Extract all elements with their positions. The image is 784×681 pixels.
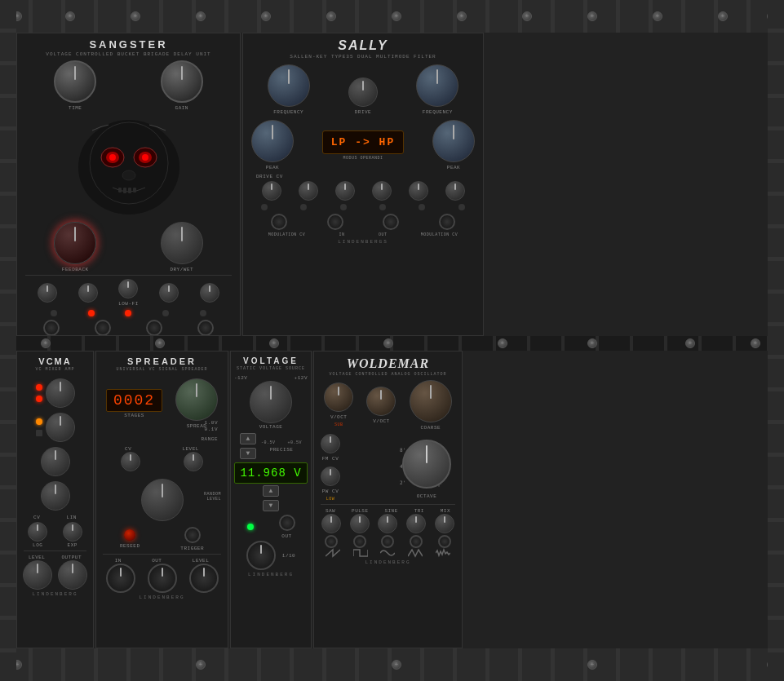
sangster-time-knob[interactable] bbox=[54, 60, 96, 103]
vcma-output-knob[interactable] bbox=[58, 560, 87, 590]
voltage-down-btn[interactable]: ▼ bbox=[240, 448, 256, 459]
spreader-level-knob[interactable] bbox=[184, 452, 203, 471]
voltage-down2-btn[interactable]: ▼ bbox=[263, 500, 279, 511]
sangster-lowfi-knob[interactable] bbox=[118, 279, 138, 298]
spreader-jlabel-in: IN bbox=[115, 558, 122, 564]
spreader-trigger-jack[interactable] bbox=[184, 527, 201, 543]
spreader-random-knob[interactable] bbox=[141, 479, 184, 521]
voltage-precise-group: ▲ ▼ -0.5V +0.5V PRECISE bbox=[234, 433, 308, 459]
woldemar-tri-label: TRI bbox=[414, 508, 424, 514]
vcma-level-knob[interactable] bbox=[23, 560, 52, 590]
vcma-sk1[interactable] bbox=[28, 522, 47, 542]
sangster-gain-knob[interactable] bbox=[161, 60, 203, 103]
woldemar-saw-knob[interactable] bbox=[321, 514, 341, 533]
sally-freq1-knob[interactable] bbox=[268, 64, 310, 107]
voltage-out-jack[interactable] bbox=[279, 515, 295, 531]
woldemar-fmcv-group: FM CV bbox=[321, 434, 340, 462]
sangster-jack-cv-drive[interactable] bbox=[197, 320, 214, 336]
sally-jack-mod-cv-2[interactable] bbox=[439, 214, 455, 230]
spreader-reseed-label: RESEED bbox=[120, 543, 140, 549]
vcma-knob1[interactable] bbox=[46, 378, 75, 408]
vcma-knob4[interactable] bbox=[41, 481, 70, 511]
woldemar-voct1-knob[interactable] bbox=[324, 383, 353, 412]
vcma-log-label: LOG bbox=[33, 542, 42, 548]
sally-sk5[interactable] bbox=[409, 181, 428, 201]
vcma-knob3[interactable] bbox=[41, 447, 70, 476]
voltage-led-green bbox=[247, 524, 254, 530]
sally-sk3[interactable] bbox=[335, 181, 355, 201]
woldemar-saw-jack[interactable] bbox=[325, 535, 338, 548]
sangster-time-label: TIME bbox=[69, 105, 82, 111]
spreader-spread-knob[interactable] bbox=[175, 378, 218, 421]
voltage-subtitle: STATIC VOLTAGE SOURCE bbox=[234, 366, 308, 371]
sally-sk6[interactable] bbox=[445, 181, 465, 201]
sangster-drywet-label: DRY/WET bbox=[170, 267, 193, 272]
sally-mode-label: MODUS OPERANDI bbox=[343, 156, 383, 161]
rack-rail-right bbox=[768, 0, 784, 681]
sangster-sk1[interactable] bbox=[38, 283, 57, 303]
spreader-reseed-group: RESEED bbox=[120, 529, 140, 549]
woldemar-sine-jack[interactable] bbox=[381, 535, 394, 548]
sangster-drywet-knob[interactable] bbox=[161, 222, 203, 264]
vcma-output-label: OUTPUT bbox=[61, 555, 82, 560]
sangster-jack-in[interactable] bbox=[95, 320, 111, 336]
sangster-sk2[interactable] bbox=[78, 283, 98, 303]
woldemar-tri-knob[interactable] bbox=[406, 514, 426, 533]
voltage-divider-knob[interactable] bbox=[246, 541, 276, 570]
sally-peak1-knob[interactable] bbox=[251, 120, 294, 162]
sangster-led-2 bbox=[88, 310, 95, 316]
sally-jack-in[interactable] bbox=[327, 214, 343, 230]
sally-jack-mod-cv-1[interactable] bbox=[271, 214, 287, 230]
sally-subtitle: SALLEN-KEY TYPE35 DUAL MULTIMODE FILTER bbox=[248, 54, 478, 60]
sally-peak2-knob[interactable] bbox=[432, 120, 475, 162]
voltage-main-knob[interactable] bbox=[250, 381, 292, 423]
sally-jlabel-1: MODULATION CV bbox=[268, 232, 306, 237]
spreader-out-jack[interactable] bbox=[148, 564, 177, 593]
woldemar-saw-label: SAW bbox=[326, 508, 335, 514]
module-sally: Sally SALLEN-KEY TYPE35 DUAL MULTIMODE F… bbox=[242, 33, 484, 336]
woldemar-coarse-knob[interactable] bbox=[410, 380, 452, 422]
sally-sk1[interactable] bbox=[262, 181, 281, 201]
sally-sk2[interactable] bbox=[299, 181, 318, 201]
sangster-feedback-knob[interactable] bbox=[54, 222, 96, 264]
woldemar-sine-knob[interactable] bbox=[378, 514, 397, 533]
voltage-out-group: OUT bbox=[234, 515, 308, 539]
screw-mid-4 bbox=[383, 338, 393, 348]
woldemar-octave-knob[interactable] bbox=[402, 440, 451, 489]
voltage-up-btn[interactable]: ▲ bbox=[240, 433, 256, 444]
woldemar-mix-jack[interactable] bbox=[438, 535, 451, 548]
woldemar-mix-label: MIX bbox=[441, 508, 450, 514]
svg-rect-13 bbox=[128, 188, 131, 193]
sangster-sk5[interactable] bbox=[200, 283, 219, 303]
sally-jack-out[interactable] bbox=[383, 214, 399, 230]
spreader-cv-knob[interactable] bbox=[121, 452, 140, 471]
vcma-level-label: LEVEL bbox=[29, 555, 46, 560]
sangster-sk4[interactable] bbox=[159, 283, 179, 303]
sally-peak1-label: PEAK bbox=[266, 165, 279, 170]
sally-sk4[interactable] bbox=[372, 181, 392, 201]
sally-drive-knob[interactable] bbox=[348, 77, 378, 107]
rack-background: SANGSTER VOLTAGE CONTROLLED BUCKET BRIGA… bbox=[0, 0, 784, 681]
woldemar-fmcv-knob[interactable] bbox=[321, 434, 340, 453]
sangster-jack-cv-time[interactable] bbox=[43, 320, 60, 336]
sangster-jack2-group bbox=[95, 320, 111, 336]
sally-freq2-knob[interactable] bbox=[416, 64, 458, 107]
spreader-level-jack[interactable] bbox=[189, 564, 219, 593]
woldemar-voct2-knob[interactable] bbox=[366, 387, 396, 416]
woldemar-pwcv-knob[interactable] bbox=[321, 467, 340, 486]
sally-led-1 bbox=[261, 204, 268, 210]
woldemar-tri-jack[interactable] bbox=[410, 535, 423, 548]
screw-t2 bbox=[65, 11, 75, 21]
woldemar-pulse-jack[interactable] bbox=[353, 535, 366, 548]
vcma-sk2[interactable] bbox=[63, 522, 82, 542]
spreader-trigger-group: TRIGGER bbox=[180, 527, 204, 551]
vcma-knob2[interactable] bbox=[46, 413, 75, 442]
woldemar-pulse-knob[interactable] bbox=[350, 514, 370, 533]
svg-text:2': 2' bbox=[400, 480, 405, 485]
spreader-stages-display: 0002 bbox=[106, 389, 162, 412]
spreader-in-jack[interactable] bbox=[106, 564, 135, 593]
voltage-up2-btn[interactable]: ▲ bbox=[263, 485, 279, 497]
module-spreader: SPREADER UNIVERSAL VC SIGNAL SPREADER 00… bbox=[95, 351, 228, 648]
woldemar-mix-knob[interactable] bbox=[435, 514, 454, 533]
sangster-jack-out[interactable] bbox=[146, 320, 162, 336]
